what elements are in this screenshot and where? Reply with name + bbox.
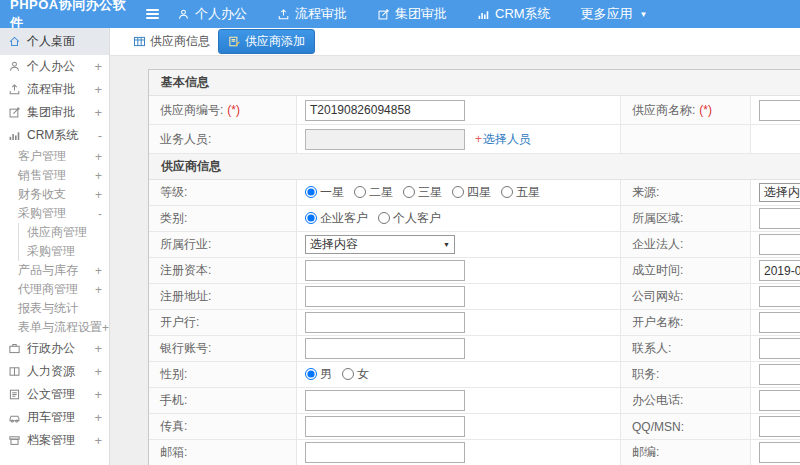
form-row: 邮箱:邮编: xyxy=(149,440,800,465)
industry-select[interactable]: 选择内容▼ xyxy=(305,235,455,254)
car-icon xyxy=(8,411,21,424)
expand-icon[interactable]: + xyxy=(94,59,105,74)
field-label: 公司网站: xyxy=(621,284,751,309)
sidebar-item-group-approval[interactable]: 集团审批+ xyxy=(0,101,109,124)
sidebar-subitem-label: 表单与流程设置 xyxy=(18,319,102,336)
sidebar-item-crm-system[interactable]: CRM系统- xyxy=(0,124,109,147)
level-radio-2[interactable]: 三星 xyxy=(403,184,442,201)
content-area: 基本信息供应商编号:(*)供应商名称:(*)业务人员:+选择人员供应商信息等级:… xyxy=(110,56,800,465)
edit-icon xyxy=(377,8,390,21)
expand-icon[interactable]: + xyxy=(94,433,105,448)
expand-icon[interactable]: + xyxy=(94,105,105,120)
supplier-name-input[interactable] xyxy=(759,100,800,121)
expand-icon[interactable]: + xyxy=(95,264,105,278)
registered-capital-input[interactable] xyxy=(305,260,465,281)
sidebar-item-label: 行政办公 xyxy=(27,340,75,357)
sidebar-subitem-label: 产品与库存 xyxy=(18,262,78,279)
business-person-input[interactable] xyxy=(305,129,465,150)
source-select[interactable]: 选择内容▼ xyxy=(759,183,800,202)
tab-label: 供应商添加 xyxy=(245,33,305,50)
field-label: 所属区域: xyxy=(621,206,751,231)
sidebar-subitem-reports-stats[interactable]: 报表与统计 xyxy=(0,299,109,318)
nav-group-approval[interactable]: 集团审批 xyxy=(377,5,447,23)
expand-icon[interactable]: + xyxy=(95,283,105,297)
sidebar-subitem-label: 报表与统计 xyxy=(18,300,78,317)
expand-icon[interactable]: + xyxy=(95,188,105,202)
collapse-icon[interactable]: - xyxy=(98,207,105,221)
sidebar-subitem-sales-mgmt[interactable]: 销售管理+ xyxy=(0,166,109,185)
expand-icon[interactable]: + xyxy=(94,387,105,402)
fax-input[interactable] xyxy=(305,416,465,437)
expand-icon[interactable]: + xyxy=(94,82,105,97)
menu-toggle-icon[interactable] xyxy=(146,9,159,19)
sidebar-subitem-label: 代理商管理 xyxy=(18,281,78,298)
sidebar-item-personal-desktop[interactable]: 个人桌面 xyxy=(0,28,109,55)
registered-address-input[interactable] xyxy=(305,286,465,307)
sidebar-item-personal-office[interactable]: 个人办公+ xyxy=(0,55,109,78)
sidebar-subitem-finance[interactable]: 财务收支+ xyxy=(0,185,109,204)
mobile-input[interactable] xyxy=(305,390,465,411)
sidebar-subitem-product-inventory[interactable]: 产品与库存+ xyxy=(0,261,109,280)
field-label: 供应商名称:(*) xyxy=(621,96,751,124)
sidebar-item-archive-mgmt[interactable]: 档案管理+ xyxy=(0,429,109,452)
bank-account-input[interactable] xyxy=(305,338,465,359)
sidebar-item-vehicle-mgmt[interactable]: 用车管理+ xyxy=(0,406,109,429)
select-person-link[interactable]: +选择人员 xyxy=(475,132,531,146)
nav-more-apps[interactable]: 更多应用▼ xyxy=(581,5,648,23)
expand-icon[interactable]: + xyxy=(94,410,105,425)
expand-icon[interactable]: + xyxy=(94,341,105,356)
expand-icon[interactable]: + xyxy=(94,364,105,379)
level-radio-0[interactable]: 一星 xyxy=(305,184,344,201)
level-radio-4[interactable]: 五星 xyxy=(501,184,540,201)
collapse-icon[interactable]: - xyxy=(98,128,105,143)
supplier-add-form: 基本信息供应商编号:(*)供应商名称:(*)业务人员:+选择人员供应商信息等级:… xyxy=(148,69,800,465)
qq-msn-input[interactable] xyxy=(759,416,800,437)
supplier-code-input[interactable] xyxy=(305,100,465,121)
sidebar-subitem-purchasing-mgmt[interactable]: 采购管理 xyxy=(19,242,109,261)
nav-personal-office[interactable]: 个人办公 xyxy=(177,5,247,23)
sidebar-subitem-supplier-mgmt[interactable]: 供应商管理 xyxy=(19,223,109,242)
postcode-input[interactable] xyxy=(759,442,800,463)
field-label: 邮编: xyxy=(621,440,751,465)
sidebar-subitem-purchase-mgmt[interactable]: 采购管理- xyxy=(0,204,109,223)
company-website-input[interactable] xyxy=(759,286,800,307)
expand-icon[interactable]: + xyxy=(95,150,105,164)
field-label: 联系人: xyxy=(621,336,751,361)
level-radio-3[interactable]: 四星 xyxy=(452,184,491,201)
legal-person-input[interactable] xyxy=(759,234,800,255)
expand-icon[interactable]: + xyxy=(95,169,105,183)
sidebar-item-document-mgmt[interactable]: 公文管理+ xyxy=(0,383,109,406)
required-marker: (*) xyxy=(227,103,240,117)
account-name-input[interactable] xyxy=(759,312,800,333)
category-radio-0[interactable]: 企业客户 xyxy=(305,210,368,227)
sidebar-item-workflow-approval[interactable]: 流程审批+ xyxy=(0,78,109,101)
founded-date-input[interactable] xyxy=(759,260,800,281)
hr-icon xyxy=(8,365,21,378)
email-input[interactable] xyxy=(305,442,465,463)
contact-person-input[interactable] xyxy=(759,338,800,359)
gender-radio-0[interactable]: 男 xyxy=(305,366,332,383)
sidebar-subitem-customer-mgmt[interactable]: 客户管理+ xyxy=(0,147,109,166)
level-radio-1[interactable]: 二星 xyxy=(354,184,393,201)
sidebar-item-human-resources[interactable]: 人力资源+ xyxy=(0,360,109,383)
sidebar-item-admin-office[interactable]: 行政办公+ xyxy=(0,337,109,360)
nav-workflow-approval[interactable]: 流程审批 xyxy=(277,5,347,23)
gender-radio-1[interactable]: 女 xyxy=(342,366,369,383)
required-marker: (*) xyxy=(699,103,712,117)
sidebar-subitem-agent-mgmt[interactable]: 代理商管理+ xyxy=(0,280,109,299)
bank-input[interactable] xyxy=(305,312,465,333)
nav-crm[interactable]: CRM系统 xyxy=(477,5,551,23)
form-row: 开户行:开户名称: xyxy=(149,310,800,336)
expand-icon[interactable]: + xyxy=(102,321,110,335)
field-value xyxy=(751,336,800,361)
tab-supplier-add[interactable]: 供应商添加 xyxy=(218,29,315,54)
category-radio-1[interactable]: 个人客户 xyxy=(378,210,441,227)
sidebar-item-label: 用车管理 xyxy=(27,409,75,426)
sidebar-subitem-form-flow-settings[interactable]: 表单与流程设置+ xyxy=(0,318,109,337)
radio-label: 二星 xyxy=(369,184,393,201)
office-phone-input[interactable] xyxy=(759,390,800,411)
tab-supplier-info[interactable]: 供应商信息 xyxy=(133,33,210,50)
region-input[interactable] xyxy=(759,208,800,229)
field-value xyxy=(751,284,800,309)
position-input[interactable] xyxy=(759,364,800,385)
